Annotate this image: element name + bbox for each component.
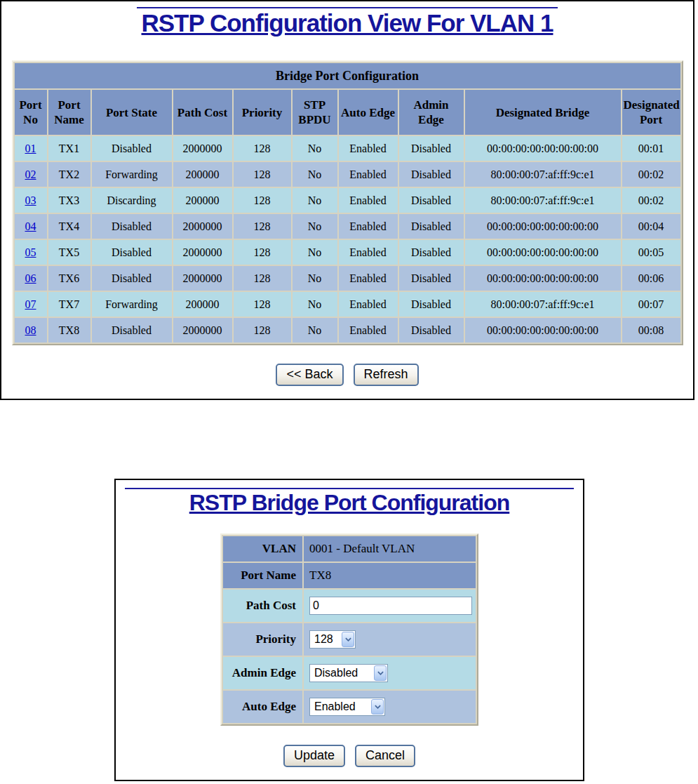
chevron-down-icon <box>371 699 384 715</box>
cell-priority: 128 <box>234 266 291 291</box>
cell-designated-port: 00:01 <box>622 136 680 161</box>
cell-admin-edge: Disabled <box>399 188 464 213</box>
table-row: 08TX8Disabled2000000128NoEnabledDisabled… <box>15 318 680 343</box>
form-row-port-name: Port Name TX8 <box>223 563 476 588</box>
cell-stp-bpdu: No <box>293 214 337 239</box>
title-rule <box>137 7 558 8</box>
cell-port-state: Discarding <box>92 188 172 213</box>
bottom-title-block: RSTP Bridge Port Configuration <box>116 488 583 516</box>
port-link[interactable]: 04 <box>25 220 36 232</box>
cell-port-no: 08 <box>15 318 47 343</box>
cell-priority: 128 <box>234 162 291 187</box>
update-button[interactable]: Update <box>283 745 345 767</box>
back-button[interactable]: << Back <box>276 364 343 386</box>
cell-auto-edge: Enabled <box>339 162 398 187</box>
port-link[interactable]: 05 <box>25 246 36 258</box>
form-row-auto-edge: Auto Edge Enabled <box>223 691 476 723</box>
port-link[interactable]: 08 <box>25 324 36 336</box>
table-caption: Bridge Port Configuration <box>15 63 680 88</box>
priority-label: Priority <box>223 623 302 656</box>
cell-port-name: TX1 <box>48 136 90 161</box>
cell-admin-edge: Disabled <box>399 214 464 239</box>
form-row-admin-edge: Admin Edge Disabled <box>223 657 476 689</box>
col-header-priority: Priority <box>234 90 291 135</box>
cell-designated-port: 00:02 <box>622 162 680 187</box>
auto-edge-select[interactable]: Enabled <box>309 698 385 716</box>
cell-stp-bpdu: No <box>293 266 337 291</box>
priority-select[interactable]: 128 <box>309 630 356 649</box>
top-button-row: << Back Refresh <box>1 364 693 386</box>
cell-designated-bridge: 80:00:00:07:af:ff:9c:e1 <box>465 188 621 213</box>
col-header-path-cost: Path Cost <box>173 90 232 135</box>
vlan-label: VLAN <box>223 536 302 562</box>
port-link[interactable]: 01 <box>25 142 36 154</box>
refresh-button[interactable]: Refresh <box>354 364 419 386</box>
col-header-port-name: Port Name <box>48 90 90 135</box>
cell-auto-edge: Enabled <box>339 318 398 343</box>
page-title: RSTP Configuration View For VLAN 1 <box>1 9 693 37</box>
port-link[interactable]: 07 <box>25 298 36 310</box>
form-row-vlan: VLAN 0001 - Default VLAN <box>223 536 476 562</box>
cell-designated-port: 00:05 <box>622 240 680 265</box>
form-row-path-cost: Path Cost <box>223 590 476 622</box>
cell-designated-port: 00:08 <box>622 318 680 343</box>
cell-stp-bpdu: No <box>293 136 337 161</box>
table-row: 04TX4Disabled2000000128NoEnabledDisabled… <box>15 214 680 239</box>
cell-priority: 128 <box>234 136 291 161</box>
port-link[interactable]: 03 <box>25 194 36 206</box>
cell-port-no: 07 <box>15 292 47 317</box>
path-cost-label: Path Cost <box>223 590 302 622</box>
cell-path-cost: 200000 <box>173 292 232 317</box>
cell-auto-edge: Enabled <box>339 214 398 239</box>
port-link[interactable]: 02 <box>25 168 36 180</box>
cell-port-no: 02 <box>15 162 47 187</box>
bottom-button-row: Update Cancel <box>116 745 583 767</box>
path-cost-input[interactable] <box>309 597 472 615</box>
cell-port-state: Disabled <box>92 136 172 161</box>
table-row: 05TX5Disabled2000000128NoEnabledDisabled… <box>15 240 680 265</box>
cell-path-cost: 200000 <box>173 162 232 187</box>
cell-admin-edge: Disabled <box>399 318 464 343</box>
admin-edge-select-value: Disabled <box>310 667 373 679</box>
cell-stp-bpdu: No <box>293 318 337 343</box>
chevron-down-icon <box>342 632 354 647</box>
cell-designated-bridge: 80:00:00:07:af:ff:9c:e1 <box>465 162 621 187</box>
rstp-bridge-port-config-panel: RSTP Bridge Port Configuration VLAN 0001… <box>114 479 584 781</box>
cell-path-cost: 200000 <box>173 188 232 213</box>
auto-edge-select-value: Enabled <box>310 700 370 713</box>
cell-admin-edge: Disabled <box>399 240 464 265</box>
cell-port-no: 04 <box>15 214 47 239</box>
cell-port-name: TX6 <box>48 266 90 291</box>
cell-designated-bridge: 00:00:00:00:00:00:00:00 <box>465 266 621 291</box>
top-title-block: RSTP Configuration View For VLAN 1 <box>1 7 693 37</box>
col-header-port-state: Port State <box>92 90 172 135</box>
cell-stp-bpdu: No <box>293 162 337 187</box>
port-name-label: Port Name <box>223 563 302 588</box>
cell-designated-port: 00:04 <box>622 214 680 239</box>
cancel-button[interactable]: Cancel <box>355 745 415 767</box>
table-row: 07TX7Forwarding200000128NoEnabledDisable… <box>15 292 680 317</box>
cell-port-name: TX3 <box>48 188 90 213</box>
port-link[interactable]: 06 <box>25 272 36 284</box>
col-header-designated-port: Designated Port <box>622 90 680 135</box>
cell-stp-bpdu: No <box>293 188 337 213</box>
cell-port-state: Disabled <box>92 318 172 343</box>
form-title: RSTP Bridge Port Configuration <box>116 490 583 516</box>
admin-edge-select[interactable]: Disabled <box>309 664 388 682</box>
cell-designated-bridge: 00:00:00:00:00:00:00:00 <box>465 240 621 265</box>
cell-designated-port: 00:06 <box>622 266 680 291</box>
cell-priority: 128 <box>234 292 291 317</box>
bridge-port-config-table: Bridge Port Configuration Port No Port N… <box>12 60 683 345</box>
cell-auto-edge: Enabled <box>339 136 398 161</box>
cell-port-name: TX2 <box>48 162 90 187</box>
cell-port-name: TX5 <box>48 240 90 265</box>
table-row: 03TX3Discarding200000128NoEnabledDisable… <box>15 188 680 213</box>
cell-designated-bridge: 00:00:00:00:00:00:00:00 <box>465 318 621 343</box>
cell-port-state: Forwarding <box>92 162 172 187</box>
cell-auto-edge: Enabled <box>339 240 398 265</box>
cell-auto-edge: Enabled <box>339 292 398 317</box>
cell-auto-edge: Enabled <box>339 266 398 291</box>
admin-edge-label: Admin Edge <box>223 657 302 689</box>
cell-designated-bridge: 80:00:00:07:af:ff:9c:e1 <box>465 292 621 317</box>
cell-designated-bridge: 00:00:00:00:00:00:00:00 <box>465 214 621 239</box>
